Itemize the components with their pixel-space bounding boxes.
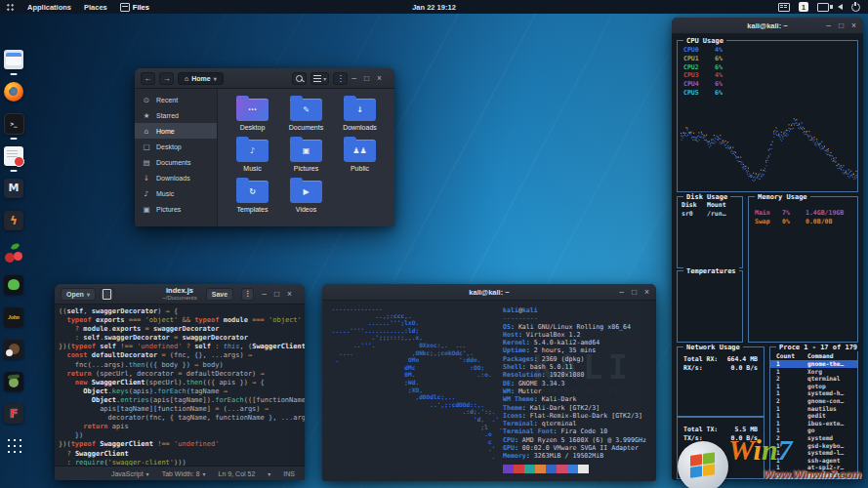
process-row[interactable]: 1Xorg: [770, 368, 857, 376]
places-menu[interactable]: Places: [84, 3, 107, 12]
editor-titlebar: Open ▾ index.js ~/Documents Save ⋮ – □ ×: [55, 284, 305, 305]
process-row[interactable]: 2qterminal: [770, 375, 857, 383]
terminal-content[interactable]: KALI BY OFFENSIVE SECURITY .............…: [322, 301, 656, 481]
keyboard-indicator-icon[interactable]: [778, 3, 790, 12]
dock-item-legion[interactable]: [4, 339, 24, 359]
exploitdb-icon: ϟ: [4, 211, 23, 230]
folder-pictures[interactable]: ▣Pictures: [279, 140, 333, 172]
process-row[interactable]: 1gsd-keybo…: [770, 442, 857, 450]
process-row[interactable]: 1gsd-datet…: [770, 471, 857, 479]
process-row[interactable]: 1gnome-the…: [770, 360, 857, 368]
close-button[interactable]: ×: [851, 21, 856, 30]
process-row[interactable]: 1gotop: [770, 383, 857, 390]
dock-item-text-editor[interactable]: [4, 145, 24, 166]
sidebar-item-recent[interactable]: ⊙Recent: [135, 92, 217, 107]
cpu-row: CPU46%: [678, 80, 857, 89]
sidebar-item-desktop[interactable]: □Desktop: [135, 139, 217, 154]
editor-menu-button[interactable]: ⋮: [241, 288, 254, 301]
view-options-button[interactable]: ▾: [310, 72, 329, 85]
folder-music[interactable]: ♪Music: [226, 140, 279, 172]
sidebar-item-downloads[interactable]: ↓Downloads: [135, 170, 217, 185]
dock-item-show-apps[interactable]: [4, 435, 24, 456]
process-row[interactable]: 2systemd: [770, 434, 857, 442]
sidebar-item-label: Recent: [156, 97, 178, 103]
dock-item-ettercap[interactable]: [4, 274, 24, 295]
maximize-button[interactable]: □: [274, 290, 279, 299]
show-apps-icon: [6, 437, 22, 454]
cpu-row: CPU16%: [678, 55, 857, 63]
folder-videos[interactable]: ▶Videos: [279, 181, 333, 213]
folder-public[interactable]: ♟♟Public: [333, 140, 387, 172]
process-row[interactable]: 1go: [770, 427, 857, 434]
temperatures-box: Temperatures: [677, 270, 743, 343]
folder-label: Downloads: [343, 124, 377, 131]
files-app-menu[interactable]: Files: [120, 3, 149, 12]
close-button[interactable]: ×: [377, 74, 382, 83]
dock-item-metasploit[interactable]: M: [4, 178, 24, 198]
code-line: })(typeof self !== 'undefined' ? self : …: [59, 343, 305, 351]
minimize-button[interactable]: –: [262, 290, 267, 299]
dock-item-john[interactable]: John: [4, 306, 24, 327]
tab-width-selector[interactable]: Tab Width: 8 ▾: [162, 470, 206, 477]
activities-grid-icon[interactable]: [6, 3, 15, 12]
maximize-button[interactable]: □: [839, 21, 844, 30]
power-icon[interactable]: [851, 3, 860, 12]
display-icon[interactable]: [817, 3, 829, 12]
dock-item-exploitdb[interactable]: ϟ: [4, 210, 24, 230]
workspace-indicator[interactable]: 1: [799, 2, 808, 12]
folder-emblem: ···: [248, 106, 257, 114]
sidebar-item-starred[interactable]: ★Starred: [135, 107, 217, 123]
dock-item-cherrytree[interactable]: [4, 242, 24, 263]
language-selector[interactable]: JavaScript ▾: [111, 470, 149, 477]
applications-menu[interactable]: Applications: [27, 3, 71, 12]
process-row[interactable]: 1ssh-agent: [770, 457, 857, 465]
save-button[interactable]: Save: [206, 288, 233, 301]
terminal-window: kali@kali: ~ – □ × KALI BY OFFENSIVE SEC…: [322, 284, 656, 481]
back-button[interactable]: ←: [141, 72, 155, 85]
kebab-menu-icon: ⋮: [337, 74, 345, 83]
folder-documents[interactable]: ✎Documents: [279, 99, 333, 131]
minimize-button[interactable]: –: [351, 74, 356, 83]
minimize-button[interactable]: –: [619, 288, 624, 297]
process-row[interactable]: 1at-spi2-r…: [770, 464, 857, 471]
code-line: : require('swagger-client'))): [59, 459, 305, 466]
process-row[interactable]: 2gnome-con…: [770, 397, 857, 405]
sidebar-item-documents[interactable]: ▤Documents: [135, 154, 217, 170]
dock-item-terminal[interactable]: >_: [4, 113, 24, 134]
goto-line-dropdown[interactable]: ▾: [268, 470, 270, 477]
path-bar[interactable]: ⌂ Home ▾: [178, 72, 224, 85]
dock-item-faraday[interactable]: F: [4, 403, 24, 424]
open-button[interactable]: Open ▾: [61, 288, 96, 301]
forward-button[interactable]: →: [159, 72, 174, 85]
maximize-button[interactable]: □: [632, 288, 637, 297]
folder-templates[interactable]: ↻Templates: [226, 181, 279, 213]
sidebar-item-music[interactable]: ♪Music: [135, 185, 217, 201]
code-area[interactable]: ((self, swaggerDecorator) ⇒ { typeof exp…: [55, 305, 305, 466]
search-button[interactable]: [292, 72, 307, 85]
process-row[interactable]: 1nautilus: [770, 405, 857, 413]
process-row[interactable]: 1systemd-l…: [770, 449, 857, 457]
folder-desktop[interactable]: ···Desktop: [226, 99, 279, 131]
tab-width-label: Tab Width: 8: [162, 470, 200, 477]
palette-swatch: [567, 465, 578, 473]
dock-item-set[interactable]: [4, 371, 24, 391]
process-row[interactable]: 1ibus-exte…: [770, 420, 857, 427]
dock-item-firefox[interactable]: [4, 81, 24, 102]
dock-item-files[interactable]: [4, 49, 24, 69]
process-row[interactable]: 1systemd-h…: [770, 389, 857, 397]
minimize-button[interactable]: –: [826, 21, 831, 30]
speaker-icon[interactable]: [838, 4, 843, 10]
process-row[interactable]: 1gedit: [770, 412, 857, 420]
sidebar-item-pictures[interactable]: ▣Pictures: [135, 201, 217, 217]
folder-label: Pictures: [294, 165, 318, 172]
close-button[interactable]: ×: [287, 290, 292, 299]
window-menu-button[interactable]: ⋮: [333, 72, 348, 85]
folder-downloads[interactable]: ↓Downloads: [333, 99, 387, 131]
clock[interactable]: Jan 22 19:12: [412, 3, 456, 12]
process-row[interactable]: 1scsi_eh_0: [770, 479, 857, 481]
sidebar-item-home[interactable]: ⌂Home: [135, 123, 217, 139]
cursor-position[interactable]: Ln 9, Col 52: [219, 470, 256, 477]
new-document-button[interactable]: [100, 288, 114, 301]
close-button[interactable]: ×: [644, 288, 649, 297]
maximize-button[interactable]: □: [364, 74, 369, 83]
